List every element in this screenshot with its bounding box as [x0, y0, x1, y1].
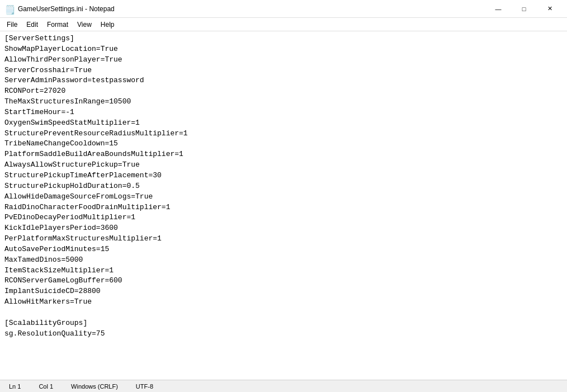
status-bar: Ln 1 Col 1 Windows (CRLF) UTF-8	[0, 380, 567, 392]
minimize-button[interactable]: —	[485, 0, 511, 18]
menu-help[interactable]: Help	[96, 18, 119, 31]
title-bar: 🗒️ GameUserSettings.ini - Notepad — □ ✕	[0, 0, 567, 18]
close-button[interactable]: ✕	[537, 0, 563, 18]
maximize-button[interactable]: □	[511, 0, 537, 18]
status-charset: UTF-8	[131, 383, 158, 390]
text-editor[interactable]: [ServerSettings] ShowMapPlayerLocation=T…	[0, 31, 567, 380]
menu-format[interactable]: Format	[42, 18, 73, 31]
status-col: Col 1	[34, 383, 58, 390]
status-ln: Ln 1	[4, 383, 25, 390]
menu-bar: File Edit Format View Help	[0, 18, 567, 31]
editor-area: [ServerSettings] ShowMapPlayerLocation=T…	[0, 31, 567, 380]
menu-edit[interactable]: Edit	[22, 18, 42, 31]
title-bar-controls: — □ ✕	[485, 0, 563, 18]
window-title: GameUserSettings.ini - Notepad	[18, 5, 115, 13]
app-icon: 🗒️	[4, 4, 13, 13]
title-bar-left: 🗒️ GameUserSettings.ini - Notepad	[4, 4, 115, 13]
status-encoding: Windows (CRLF)	[67, 383, 122, 390]
menu-view[interactable]: View	[73, 18, 96, 31]
menu-file[interactable]: File	[2, 18, 22, 31]
